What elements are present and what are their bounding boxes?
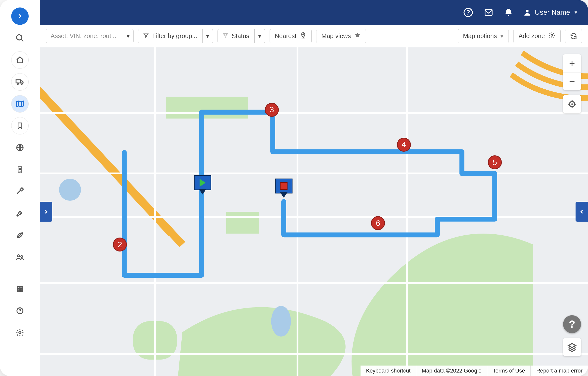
svg-point-2 xyxy=(17,83,18,84)
zoom-in-button[interactable]: + xyxy=(563,54,581,72)
svg-point-24 xyxy=(303,34,304,35)
map-controls: + − xyxy=(563,54,581,113)
filter-group-dropdown[interactable]: ▾ xyxy=(203,29,213,43)
map-options-label: Map options xyxy=(463,32,497,40)
caret-down-icon: ▾ xyxy=(500,32,504,40)
svg-point-25 xyxy=(551,34,553,36)
map-attribution: Keyboard shortcut Map data ©2022 Google … xyxy=(361,366,588,376)
crosshair-icon xyxy=(568,100,577,109)
ruler-icon[interactable] xyxy=(11,183,29,200)
funnel-icon xyxy=(223,33,228,40)
nearest-button[interactable]: Nearest xyxy=(270,29,312,43)
search-group: Asset, VIN, zone, rout... ▾ xyxy=(46,29,134,43)
svg-point-0 xyxy=(16,35,22,40)
route-stop-marker[interactable]: 6 xyxy=(371,216,385,230)
svg-point-12 xyxy=(19,288,20,290)
receipt-icon[interactable] xyxy=(11,161,29,178)
svg-rect-28 xyxy=(226,212,259,234)
map-help-button[interactable]: ? xyxy=(563,315,581,333)
mail-icon[interactable] xyxy=(483,8,494,17)
search-dropdown-button[interactable]: ▾ xyxy=(123,29,134,43)
panel-expand-right-button[interactable] xyxy=(576,202,588,222)
svg-point-41 xyxy=(571,103,573,105)
terms-link[interactable]: Terms of Use xyxy=(487,366,531,376)
map-canvas[interactable]: 23456 + − ? xyxy=(40,47,588,376)
home-icon[interactable] xyxy=(11,51,29,69)
map-toolbar: Asset, VIN, zone, rout... ▾ Filter by gr… xyxy=(40,25,588,47)
caret-down-icon: ▼ xyxy=(574,10,578,15)
status-button[interactable]: Status xyxy=(218,29,255,43)
status-group: Status ▾ xyxy=(218,29,265,43)
route-start-pin[interactable] xyxy=(194,175,211,190)
svg-rect-5 xyxy=(20,188,23,191)
route-end-pin[interactable] xyxy=(275,179,293,193)
svg-point-21 xyxy=(467,14,468,15)
star-icon xyxy=(354,32,361,40)
svg-rect-1 xyxy=(16,80,20,83)
funnel-icon xyxy=(143,33,149,40)
search-input[interactable]: Asset, VIN, zone, rout... xyxy=(46,29,123,43)
route-stop-marker[interactable]: 2 xyxy=(113,238,127,251)
settings-icon[interactable] xyxy=(11,324,29,341)
map-options-button[interactable]: Map options ▾ xyxy=(458,29,509,43)
map-icon[interactable] xyxy=(11,95,29,113)
svg-point-13 xyxy=(21,288,23,290)
svg-point-16 xyxy=(21,290,23,292)
svg-point-19 xyxy=(19,332,21,334)
gear-icon xyxy=(548,32,555,40)
status-label: Status xyxy=(232,32,249,40)
svg-point-31 xyxy=(271,306,291,336)
svg-point-18 xyxy=(19,312,20,313)
report-error-link[interactable]: Report a map error xyxy=(530,366,588,376)
keyboard-shortcut-link[interactable]: Keyboard shortcut xyxy=(361,366,416,376)
layers-icon xyxy=(567,342,577,352)
apps-icon[interactable] xyxy=(11,280,29,298)
bell-icon[interactable] xyxy=(504,7,513,17)
map-views-button[interactable]: Map views xyxy=(316,29,366,43)
svg-point-10 xyxy=(21,286,23,287)
status-dropdown[interactable]: ▾ xyxy=(255,29,265,43)
globe-icon[interactable] xyxy=(11,139,29,156)
svg-point-8 xyxy=(17,286,18,287)
help-icon[interactable] xyxy=(11,302,29,319)
panel-expand-left-button[interactable] xyxy=(40,202,52,222)
add-zone-button[interactable]: Add zone xyxy=(513,29,561,43)
map-views-label: Map views xyxy=(321,32,351,40)
svg-point-11 xyxy=(17,288,18,290)
route-stop-marker[interactable]: 5 xyxy=(488,155,502,169)
sidebar xyxy=(0,0,40,376)
nearest-label: Nearest xyxy=(275,32,297,40)
filter-group-label: Filter by group... xyxy=(152,32,197,40)
zoom-out-button[interactable]: − xyxy=(563,72,581,90)
people-icon[interactable] xyxy=(11,249,29,266)
location-pin-icon xyxy=(300,32,306,40)
svg-rect-22 xyxy=(485,10,492,15)
locate-button[interactable] xyxy=(563,95,581,113)
route-stop-marker[interactable]: 4 xyxy=(397,138,411,152)
filter-group-group: Filter by group... ▾ xyxy=(138,29,213,43)
sidebar-divider xyxy=(12,273,27,273)
svg-point-14 xyxy=(17,290,18,292)
filter-group-button[interactable]: Filter by group... xyxy=(138,29,203,43)
svg-point-15 xyxy=(19,290,20,292)
svg-point-3 xyxy=(21,83,22,84)
user-menu[interactable]: User Name ▼ xyxy=(523,8,578,17)
svg-point-30 xyxy=(59,179,81,201)
add-zone-label: Add zone xyxy=(518,32,545,40)
svg-point-6 xyxy=(17,255,20,257)
sidebar-expand-button[interactable] xyxy=(11,7,29,25)
help-circle-icon[interactable] xyxy=(463,7,473,17)
refresh-button[interactable] xyxy=(565,29,582,43)
route-stop-marker[interactable]: 3 xyxy=(265,103,279,117)
wrench-icon[interactable] xyxy=(11,205,29,222)
layers-button[interactable] xyxy=(563,338,581,356)
svg-point-9 xyxy=(19,286,20,287)
search-icon[interactable] xyxy=(11,29,29,47)
refresh-icon xyxy=(570,32,577,40)
user-icon xyxy=(523,8,531,17)
leaf-icon[interactable] xyxy=(11,227,29,244)
bookmark-icon[interactable] xyxy=(11,117,29,134)
truck-icon[interactable] xyxy=(11,73,29,91)
topbar: User Name ▼ xyxy=(40,0,588,25)
user-name-label: User Name xyxy=(535,8,570,16)
